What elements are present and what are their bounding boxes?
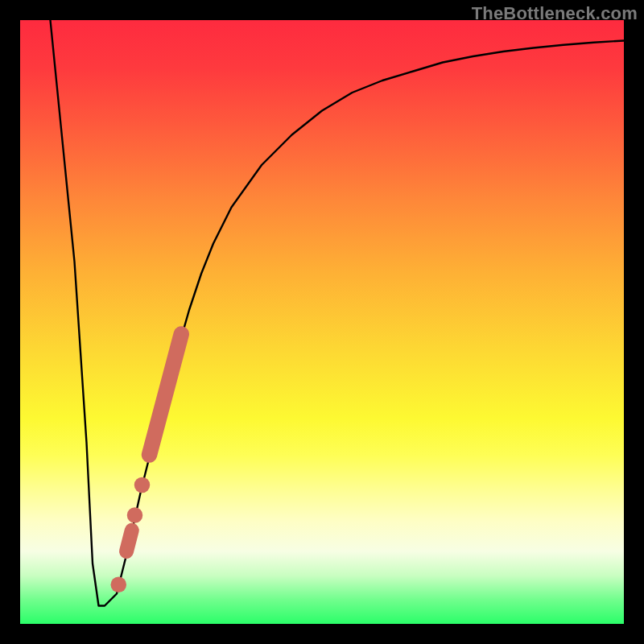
plot-area	[20, 20, 624, 624]
marker-dot	[127, 507, 143, 523]
chart-svg	[20, 20, 624, 624]
marker-segment	[150, 334, 182, 455]
marker-segment	[126, 530, 132, 551]
marker-dot	[111, 577, 127, 593]
chart-markers	[111, 334, 182, 592]
chart-frame: TheBottleneck.com	[0, 0, 644, 644]
marker-dot	[134, 477, 151, 493]
watermark-text: TheBottleneck.com	[472, 3, 638, 24]
